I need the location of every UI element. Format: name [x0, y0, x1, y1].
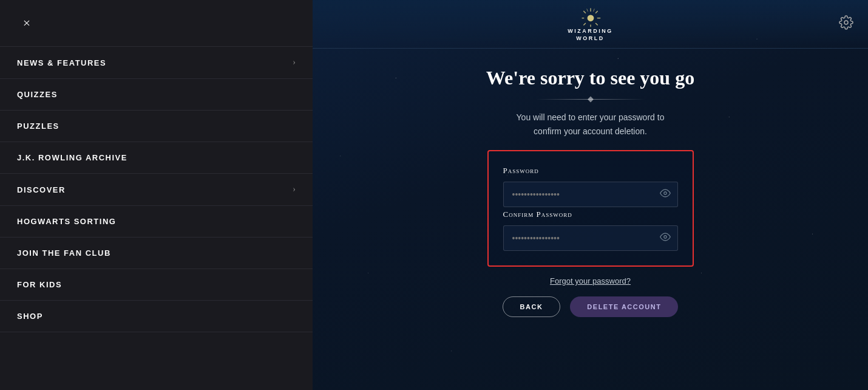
- wizarding-world-logo-icon: [580, 6, 602, 28]
- chevron-right-icon: ›: [293, 185, 296, 194]
- svg-point-12: [663, 236, 666, 239]
- sidebar-item-join-fan-club[interactable]: Join the Fan Club: [0, 238, 313, 269]
- delete-account-page: We're sorry to see you go You will need …: [313, 49, 868, 329]
- divider-diamond: [588, 97, 594, 103]
- sidebar-item-puzzles[interactable]: Puzzles: [0, 111, 313, 142]
- back-button[interactable]: BACK: [503, 296, 561, 317]
- svg-point-11: [663, 192, 666, 195]
- delete-account-button[interactable]: DELETE ACCOUNT: [570, 296, 678, 317]
- sidebar-item-news-features[interactable]: News & Features ›: [0, 47, 313, 79]
- close-button[interactable]: ×: [17, 13, 36, 33]
- chevron-right-icon: ›: [293, 58, 296, 67]
- confirm-password-field-group: Confirm Password: [503, 210, 678, 251]
- sidebar-item-hogwarts-sorting[interactable]: Hogwarts Sorting: [0, 206, 313, 238]
- confirm-eye-icon[interactable]: [660, 231, 671, 245]
- nav-list: News & Features › Quizzes Puzzles J.K. R…: [0, 47, 313, 390]
- sidebar-item-jk-rowling-archive[interactable]: J.K. Rowling Archive: [0, 142, 313, 174]
- svg-line-7: [595, 11, 598, 13]
- logo: WIZARDING WORLD: [568, 6, 613, 42]
- svg-line-6: [595, 23, 598, 26]
- logo-text: WIZARDING WORLD: [568, 28, 613, 42]
- forgot-password-link[interactable]: Forgot your password?: [550, 276, 631, 286]
- svg-line-8: [583, 23, 586, 26]
- confirm-password-input[interactable]: [503, 225, 678, 251]
- eye-icon[interactable]: [660, 188, 671, 201]
- action-buttons: BACK DELETE ACCOUNT: [503, 296, 679, 317]
- sidebar: × News & Features › Quizzes Puzzles J.K.…: [0, 0, 313, 390]
- settings-icon[interactable]: [839, 15, 853, 33]
- password-label: Password: [503, 166, 678, 176]
- top-header: WIZARDING WORLD: [313, 0, 868, 49]
- sidebar-header: ×: [0, 0, 313, 47]
- password-field-group: Password: [503, 166, 678, 207]
- svg-line-10: [593, 9, 594, 12]
- subtitle: You will need to enter your password to …: [517, 111, 665, 138]
- sidebar-item-quizzes[interactable]: Quizzes: [0, 79, 313, 111]
- password-input-wrapper: [503, 182, 678, 207]
- svg-point-0: [587, 15, 594, 21]
- password-input[interactable]: [503, 182, 678, 207]
- sidebar-item-for-kids[interactable]: For Kids: [0, 269, 313, 301]
- sidebar-item-discover[interactable]: Discover ›: [0, 174, 313, 206]
- page-title: We're sorry to see you go: [486, 67, 694, 89]
- sidebar-item-shop[interactable]: Shop: [0, 301, 313, 332]
- divider: [536, 99, 645, 100]
- delete-account-form: Password Confirm Password: [487, 150, 694, 267]
- confirm-password-label: Confirm Password: [503, 210, 678, 219]
- confirm-password-input-wrapper: [503, 225, 678, 251]
- svg-line-5: [583, 11, 586, 13]
- main-content: WIZARDING WORLD We're sorry to see you g…: [313, 0, 868, 390]
- svg-line-9: [586, 9, 588, 12]
